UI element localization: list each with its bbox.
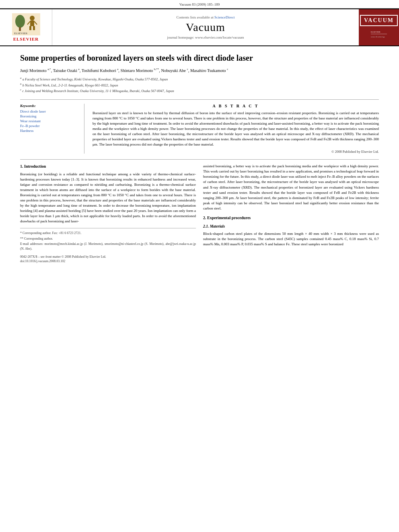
- abstract-text: Boronized layer on steel is known to be …: [93, 111, 379, 147]
- journal-citation: Vacuum 83 (2009) 185–189: [179, 2, 220, 6]
- footnote-1: * Corresponding author. Fax: +81 6 6723 …: [20, 231, 196, 236]
- section1-text-col2: assisted boronizing, a better way is to …: [203, 164, 379, 211]
- section2-sub: 2.1. Materials: [203, 224, 379, 230]
- svg-rect-5: [29, 26, 31, 30]
- keyword-3: Wear resistant: [20, 119, 79, 123]
- keywords-col: Keywords: Direct diode laser Boronizing …: [20, 104, 84, 154]
- abstract-header: A B S T R A C T: [93, 104, 379, 108]
- elsevier-brand: ELSEVIER: [13, 37, 39, 41]
- section1-heading: 1. Introduction: [20, 164, 196, 170]
- section2-heading: 2. Experimental procedures: [203, 215, 379, 221]
- top-bar: Vacuum 83 (2009) 185–189: [0, 0, 399, 8]
- affiliation-c: c c Joining and Welding Research Institu…: [20, 88, 379, 94]
- keyword-2: Boronizing: [20, 114, 79, 118]
- keyword-4: Fe–B powder: [20, 124, 79, 128]
- elsevier-small-logo: ELSEVIER science & technology: [369, 28, 389, 40]
- page: Vacuum 83 (2009) 185–189 ELSEVIER ELSEVI…: [0, 0, 399, 532]
- svg-point-3: [30, 16, 35, 21]
- svg-point-1: [15, 15, 25, 28]
- authors: Junji Morimoto a,*, Taisuke Ozaki a, Tos…: [20, 67, 379, 74]
- elsevier-logo: ELSEVIER ELSEVIER: [0, 9, 52, 45]
- svg-text:science & technology: science & technology: [371, 36, 385, 38]
- doi-line: 0042-207X/$ – see front matter © 2008 Pu…: [20, 255, 196, 264]
- journal-center: Contents lists available at ScienceDirec…: [52, 9, 359, 45]
- body-two-col: 1. Introduction Boronizing (or boriding)…: [20, 164, 379, 264]
- footnote-2: ** Corresponding author.: [20, 236, 196, 241]
- keyword-1: Direct diode laser: [20, 109, 79, 113]
- affiliation-b: b b Nichia Steel Work, Ltd., 2-2-11 Amag…: [20, 82, 379, 88]
- doi: doi:10.1016/j.vacuum.2008.03.102: [20, 259, 65, 263]
- abstract-col: A B S T R A C T Boronized layer on steel…: [93, 104, 379, 154]
- keyword-5: Hardness: [20, 129, 79, 133]
- divider-2: [20, 159, 379, 160]
- main-content: Some properties of boronized layers on s…: [0, 46, 399, 272]
- svg-rect-6: [33, 26, 35, 30]
- body-col-right: assisted boronizing, a better way is to …: [203, 164, 379, 264]
- journal-title: Vacuum: [186, 21, 225, 34]
- svg-rect-2: [19, 27, 21, 31]
- svg-rect-4: [30, 21, 34, 26]
- elsevier-tree-icon: ELSEVIER: [12, 13, 40, 35]
- svg-text:ELSEVIER: ELSEVIER: [14, 32, 27, 35]
- copyright: © 2008 Published by Elsevier Ltd.: [93, 150, 379, 154]
- journal-header: ELSEVIER ELSEVIER Contents lists availab…: [0, 8, 399, 46]
- footnote-email: E-mail addresses: morimoto@mech.kindai.a…: [20, 242, 196, 251]
- abstract-section: Keywords: Direct diode laser Boronizing …: [20, 104, 379, 154]
- article-title: Some properties of boronized layers on s…: [20, 53, 379, 63]
- keywords-title: Keywords:: [20, 104, 79, 108]
- affiliations: a a Faculty of Science and Technology, K…: [20, 76, 379, 94]
- svg-rect-12: [371, 34, 387, 34]
- divider: [20, 99, 379, 100]
- vacuum-badge: VACUUM: [360, 15, 398, 26]
- section2-text: Block-shaped carbon steel plates of the …: [203, 231, 379, 247]
- body-col-left: 1. Introduction Boronizing (or boriding)…: [20, 164, 196, 264]
- journal-right-badge: VACUUM ELSEVIER science & technology: [359, 9, 399, 45]
- journal-homepage: journal homepage: www.elsevier.com/locat…: [167, 35, 244, 39]
- section1-text-col1: Boronizing (or boriding) is a reliable a…: [20, 172, 196, 224]
- svg-text:ELSEVIER: ELSEVIER: [371, 31, 380, 33]
- affiliation-a: a a Faculty of Science and Technology, K…: [20, 76, 379, 82]
- contents-available: Contents lists available at ScienceDirec…: [177, 15, 235, 19]
- footnotes: * Corresponding author. Fax: +81 6 6723 …: [20, 228, 196, 251]
- sciencedirect-link[interactable]: ScienceDirect: [214, 15, 234, 19]
